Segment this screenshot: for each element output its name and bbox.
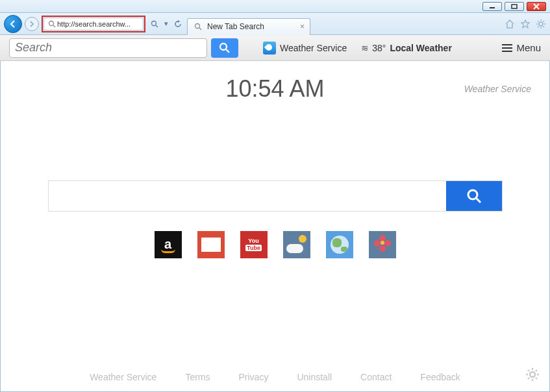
youtube-text-bottom: Tube (245, 245, 262, 252)
amazon-smile-icon (161, 249, 175, 253)
cloud-icon (286, 244, 303, 253)
weather-service-icon (263, 42, 276, 55)
svg-line-17 (538, 26, 539, 27)
sun-icon (299, 235, 306, 243)
window-titlebar (0, 0, 550, 13)
svg-line-22 (476, 198, 481, 202)
footer-link-weather-service[interactable]: Weather Service (90, 372, 156, 382)
svg-line-7 (156, 25, 158, 27)
flower-petal-icon (374, 240, 381, 247)
favorites-star-icon[interactable] (520, 19, 531, 29)
tab-title: New Tab Search (207, 22, 264, 31)
clock-display: 10:54 AM (225, 75, 324, 103)
home-icon[interactable] (505, 19, 515, 29)
tile-amazon[interactable]: a (155, 231, 182, 258)
svg-point-4 (49, 21, 54, 25)
address-bar-text: http://search.searchw... (57, 20, 131, 28)
extension-toolbar: Weather Service ≋ 38° Local Weather Menu (0, 35, 550, 61)
footer-link-terms[interactable]: Terms (185, 372, 210, 382)
tile-globe[interactable] (326, 231, 353, 258)
svg-line-28 (528, 370, 529, 371)
flower-petal-icon (379, 245, 386, 252)
clock-row: 10:54 AM Weather Service (1, 75, 549, 103)
svg-point-23 (530, 372, 535, 377)
menu-label: Menu (516, 42, 541, 53)
svg-point-6 (152, 21, 156, 25)
svg-line-31 (536, 370, 537, 371)
window-close-button[interactable] (527, 2, 546, 11)
svg-rect-1 (512, 5, 517, 8)
svg-point-8 (195, 24, 200, 29)
tile-flower[interactable] (369, 231, 396, 258)
local-weather-label: Local Weather (390, 43, 451, 53)
footer-link-uninstall[interactable]: Uninstall (297, 372, 332, 382)
address-bar-controls: ▾ (148, 19, 184, 29)
browser-navbar: http://search.searchw... ▾ New Tab Searc… (0, 13, 550, 35)
main-search-input[interactable] (49, 181, 446, 211)
quick-link-tiles: a You Tube (155, 231, 396, 258)
search-icon (47, 19, 57, 29)
footer-link-privacy[interactable]: Privacy (239, 372, 269, 382)
toolbar-search-button[interactable] (211, 38, 238, 58)
browser-tab[interactable]: New Tab Search × (187, 18, 310, 35)
footer-links: Weather Service Terms Privacy Uninstall … (1, 372, 549, 382)
nav-right-icons (505, 19, 546, 29)
chevron-down-icon[interactable]: ▾ (161, 19, 171, 29)
svg-line-16 (544, 26, 545, 27)
nav-back-button[interactable] (4, 15, 22, 33)
address-bar[interactable]: http://search.searchw... (44, 18, 144, 31)
flower-petal-icon (384, 240, 391, 247)
svg-line-18 (544, 21, 545, 22)
hamburger-icon (502, 44, 512, 52)
envelope-icon (201, 238, 221, 252)
envelope-flap-icon (201, 238, 221, 246)
settings-gear-icon[interactable] (536, 19, 546, 29)
globe-icon (331, 236, 349, 254)
local-weather-link[interactable]: ≋ 38° Local Weather (361, 43, 452, 53)
window-minimize-button[interactable] (482, 2, 502, 11)
search-dropdown-icon[interactable] (149, 19, 160, 29)
youtube-text-top: You (248, 238, 258, 244)
tile-youtube[interactable]: You Tube (240, 231, 268, 258)
svg-line-29 (536, 378, 537, 379)
svg-line-20 (226, 49, 229, 53)
service-name-label: Weather Service (464, 84, 531, 94)
page-settings-gear-icon[interactable] (525, 367, 540, 382)
search-icon (218, 42, 231, 55)
svg-line-15 (538, 21, 539, 22)
weather-waves-icon: ≋ (361, 43, 368, 53)
weather-service-label: Weather Service (280, 43, 347, 53)
nav-forward-button[interactable] (25, 17, 39, 31)
footer-link-contact[interactable]: Contact (360, 372, 392, 382)
refresh-icon[interactable] (173, 19, 183, 29)
tile-weather[interactable] (283, 231, 310, 258)
temperature-value: 38° (372, 43, 386, 53)
search-icon (466, 188, 482, 204)
flower-center-icon (381, 241, 384, 245)
svg-point-21 (468, 190, 477, 199)
tab-close-button[interactable]: × (300, 22, 305, 31)
menu-button[interactable]: Menu (502, 42, 541, 53)
tile-gmail[interactable] (197, 231, 225, 258)
main-search-button[interactable] (446, 181, 502, 211)
weather-service-link[interactable]: Weather Service (263, 42, 347, 55)
svg-line-30 (528, 378, 529, 379)
tab-search-icon (193, 21, 203, 32)
svg-line-5 (53, 25, 55, 27)
page-content: 10:54 AM Weather Service a You Tube (0, 61, 550, 392)
window-maximize-button[interactable] (505, 2, 524, 11)
svg-line-9 (199, 28, 201, 30)
address-bar-highlight: http://search.searchw... (42, 16, 145, 32)
svg-point-10 (539, 22, 543, 26)
footer-link-feedback[interactable]: Feedback (420, 372, 460, 382)
svg-point-19 (220, 43, 227, 50)
main-search (48, 180, 503, 212)
toolbar-search-input[interactable] (9, 38, 207, 58)
